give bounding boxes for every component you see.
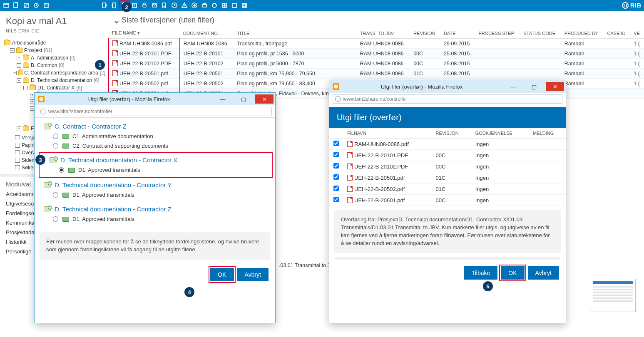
tool-icon[interactable]: [32, 2, 40, 9]
folder-option[interactable]: C1. Administrative documentation: [35, 131, 275, 141]
window-titlebar[interactable]: Utgi filer (overfør) - Mozilla Firefox —…: [35, 93, 275, 105]
tool-icon[interactable]: [12, 2, 20, 9]
file-row[interactable]: UEH-22-B-20501.pdf01CIngen: [329, 172, 566, 183]
tool-icon[interactable]: [221, 2, 228, 9]
tool-icon[interactable]: [2, 2, 10, 9]
file-checkbox[interactable]: [333, 163, 339, 168]
tree-count: [0]: [70, 55, 75, 61]
cancel-button[interactable]: Avbryt: [237, 268, 269, 281]
minimize-button[interactable]: —: [504, 82, 522, 91]
tree-row[interactable]: −D. Technical documentation [6]: [3, 77, 106, 84]
column-header[interactable]: PROCESS STEP: [475, 28, 520, 39]
close-button[interactable]: ✕: [255, 94, 274, 104]
file-checkbox[interactable]: [333, 186, 339, 191]
folder-icon: [16, 48, 22, 53]
tool-icon[interactable]: [131, 2, 138, 9]
table-row[interactable]: UEH-22-B-20101.PDFUEH-22-B-20101Plan og …: [109, 49, 644, 59]
radio-button[interactable]: [53, 143, 58, 149]
maximize-button[interactable]: ▢: [234, 94, 253, 104]
section-heading[interactable]: D. Technical documentation - Contractor …: [35, 203, 275, 214]
column-header[interactable]: CASE ID: [604, 28, 631, 39]
expand-toggle[interactable]: +: [13, 71, 16, 75]
tree-workspace[interactable]: Arbeidsområde: [3, 39, 106, 47]
expand-toggle[interactable]: +: [17, 56, 21, 60]
folder-icon: [23, 63, 29, 68]
tool-icon[interactable]: [161, 2, 168, 9]
expand-toggle[interactable]: −: [10, 48, 15, 53]
tool-icon[interactable]: [171, 2, 178, 9]
tree-row[interactable]: +B. Common [0]: [3, 62, 106, 69]
file-row[interactable]: RAM-UHN08-0086.pdfIngen: [329, 139, 566, 150]
tool-icon[interactable]: [231, 2, 238, 9]
radio-button[interactable]: [59, 167, 64, 173]
column-header[interactable]: FILE NAME ▾: [109, 28, 180, 39]
expand-toggle[interactable]: −: [17, 78, 21, 83]
section-heading[interactable]: D. Technical documentation - Contractor …: [35, 179, 275, 190]
url-input[interactable]: [333, 94, 562, 104]
pdf-icon: [347, 175, 353, 181]
radio-button[interactable]: [53, 192, 58, 198]
folder-option[interactable]: D1. Approved transmittals: [35, 190, 275, 200]
close-button[interactable]: ✕: [546, 82, 564, 91]
cancel-button[interactable]: Avbryt: [528, 266, 559, 280]
tool-icon[interactable]: [151, 2, 158, 9]
minimize-button[interactable]: —: [214, 94, 232, 104]
tool-icon[interactable]: [181, 2, 188, 9]
versions-icon: [15, 135, 20, 140]
column-header[interactable]: TRANS. TO JBV: [357, 28, 410, 39]
tool-icon[interactable]: [241, 2, 248, 9]
radio-button[interactable]: [53, 134, 58, 139]
pdf-icon: [112, 60, 118, 66]
tree-row[interactable]: −Prosjekt [61]: [3, 47, 106, 54]
url-input[interactable]: [38, 107, 272, 116]
tool-icon[interactable]: [191, 2, 198, 9]
document-thumbnail[interactable]: [590, 279, 636, 312]
tool-icon[interactable]: [101, 2, 108, 9]
column-header[interactable]: REVISION: [410, 28, 440, 39]
section-heading[interactable]: D. Technical documentation - Contractor …: [40, 154, 271, 165]
column-header[interactable]: DOCUMENT NO.: [180, 28, 234, 39]
window-titlebar[interactable]: Utgi filer (overfør) - Mozilla Firefox —…: [329, 80, 566, 93]
help-note: Før musen over mappeikonene for å se de …: [40, 232, 270, 260]
column-header[interactable]: DATE: [440, 28, 475, 39]
table-row[interactable]: RAM-UHN08-0086.pdfRAM-UHN08-0086Transmit…: [109, 39, 644, 49]
tree-row[interactable]: +A. Administration [0]: [3, 54, 106, 62]
maximize-button[interactable]: ▢: [525, 82, 543, 91]
table-row[interactable]: UEH-22-B-20501.pdfUEH-22-B-20501Plan og …: [109, 69, 644, 79]
file-row[interactable]: UEH-22-B-20502.pdf01CIngen: [329, 183, 566, 195]
expand-toggle[interactable]: +: [17, 126, 21, 131]
tree-row[interactable]: +C. Contract correspondance area [2]: [3, 69, 106, 77]
ok-button[interactable]: OK: [210, 268, 234, 281]
folder-option[interactable]: D1. Approved transmittals: [35, 214, 275, 224]
tool-icon[interactable]: [22, 2, 30, 9]
expand-toggle[interactable]: +: [17, 63, 21, 68]
ok-button[interactable]: OK: [501, 266, 524, 280]
tool-icon[interactable]: [111, 2, 118, 9]
file-checkbox[interactable]: [333, 141, 339, 146]
file-row[interactable]: UEH-22-B-20601.pdf00CIngen: [329, 195, 566, 206]
radio-button[interactable]: [53, 216, 58, 222]
folder-option[interactable]: D1. Approved transmittals: [40, 165, 271, 175]
column-header[interactable]: PRODUCED BY: [561, 28, 604, 39]
back-button[interactable]: Tilbake: [464, 266, 498, 280]
file-checkbox[interactable]: [333, 174, 339, 180]
column-header[interactable]: STATUS CODE: [520, 28, 561, 39]
pdf-icon: [112, 40, 118, 46]
section-heading[interactable]: C. Contract - Contractor Z: [35, 120, 275, 131]
tool-icon[interactable]: [211, 2, 218, 9]
tool-icon[interactable]: [201, 2, 208, 9]
column-header[interactable]: TITLE: [234, 28, 356, 39]
file-checkbox[interactable]: [333, 152, 339, 157]
file-checkbox[interactable]: [333, 197, 339, 202]
column-header[interactable]: VE: [630, 28, 644, 39]
folder-option-label: C2. Contract and supporting documents: [72, 143, 168, 149]
file-row[interactable]: UEH-22-B-20101.PDF00CIngen: [329, 150, 566, 161]
folder-option[interactable]: C2. Contract and supporting documents: [35, 141, 275, 151]
tool-icon[interactable]: [141, 2, 148, 9]
expand-toggle[interactable]: −: [23, 86, 28, 90]
table-row[interactable]: UEH-22-B-20102.PDFUEH-22-B-20102Plan og …: [109, 59, 644, 69]
section-heading[interactable]: Siste filversjoner (uten filter): [108, 11, 644, 28]
file-row[interactable]: UEH-22-B-20102.PDF00CIngen: [329, 161, 566, 172]
tool-icon[interactable]: [42, 2, 50, 9]
tree-row[interactable]: −D1. Contractor X [6]: [3, 84, 106, 92]
